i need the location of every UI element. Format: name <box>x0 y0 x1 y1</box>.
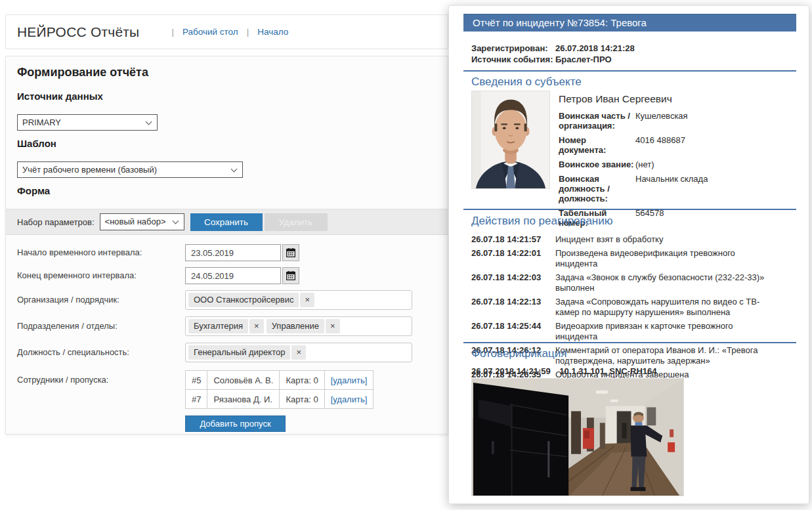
nav-link-home[interactable]: Начало <box>257 27 288 37</box>
calendar-icon <box>286 271 295 280</box>
event-time: 26.07.18 14:22:03 <box>471 272 555 293</box>
employee-card: Карта: 0 <box>280 371 324 390</box>
event-time: 26.07.18 14:22:01 <box>471 248 555 269</box>
data-source-select[interactable]: PRIMARY <box>17 114 158 131</box>
close-icon[interactable]: × <box>291 345 306 360</box>
subject-name: Петров Иван Сергеевич <box>559 93 672 105</box>
employee-name: Соловьёв А. В. <box>207 371 280 390</box>
app-title: НЕЙРОСС Отчёты <box>17 24 139 40</box>
subject-field-row: Воинское звание: (нет) <box>559 159 790 169</box>
tag: Генеральный директор × <box>188 345 306 360</box>
event-text: Произведена видеоверификация тревожного … <box>555 248 776 269</box>
template-value: Учёт рабочего времени (базовый) <box>22 165 157 175</box>
incident-meta: Зарегистрирован: 26.07.2018 14:21:28 Ист… <box>471 43 635 65</box>
parameter-set-bar: Набор параметров: <новый набор> Сохранит… <box>6 209 448 235</box>
field-label: Воинская часть / организация: <box>559 111 635 131</box>
interval-end-label: Конец временного интервала: <box>17 267 185 284</box>
incident-report-card: Отчёт по инциденту №73854: Тревога Зарег… <box>448 5 809 504</box>
nav-separator: | <box>247 27 249 37</box>
app-header: НЕЙРОСС Отчёты | Рабочий стол | Начало <box>5 14 448 49</box>
section-divider <box>463 70 796 72</box>
calendar-button[interactable] <box>282 267 299 284</box>
calendar-button[interactable] <box>282 244 299 261</box>
registered-label: Зарегистрирован: <box>471 43 555 54</box>
departments-tagfield[interactable]: Бухгалтерия × Управление × <box>185 316 412 336</box>
organization-tagfield[interactable]: ООО Станкостройсервис × <box>185 290 412 310</box>
tag-label: Управление <box>267 319 324 333</box>
event-time: 26.07.18 14:21:57 <box>471 234 555 245</box>
position-tagfield[interactable]: Генеральный директор × <box>185 343 412 362</box>
parameter-set-label: Набор параметров: <box>17 217 95 227</box>
form-section-label: Форма <box>17 185 50 196</box>
remove-employee-link[interactable]: [удалить] <box>331 375 368 385</box>
tag: Управление × <box>267 319 340 333</box>
event-source-value: Браслет-ПРО <box>555 54 612 65</box>
event-source-label: Источник события: <box>471 54 555 65</box>
event-text: Инцидент взят в обработку <box>555 234 776 245</box>
photo-caption: 26.07.2018 14:21:59 10.1.31.101, SNC-RH1… <box>471 366 657 376</box>
template-select[interactable]: Учёт рабочего времени (базовый) <box>17 161 243 178</box>
tag: Бухгалтерия × <box>188 319 264 333</box>
event-text: Видеоархив привязан к карточке тревожног… <box>555 321 776 342</box>
section-divider <box>463 342 796 343</box>
close-icon[interactable]: × <box>249 319 264 333</box>
list-item: 26.07.18 14:21:57 Инцидент взят в обрабо… <box>471 234 780 245</box>
list-item: 26.07.18 14:22:03 Задача «Звонок в служб… <box>471 272 780 293</box>
remove-employee-link[interactable]: [удалить] <box>331 394 368 404</box>
photo-caption-camera: 10.1.31.101, SNC-RH164 <box>559 366 656 376</box>
parameter-set-select[interactable]: <новый набор> <box>100 213 184 230</box>
interval-start-row: Начало временного интервала: <box>17 244 441 261</box>
tag: ООО Станкостройсервис × <box>188 293 314 307</box>
field-label: Номер документа: <box>559 135 635 155</box>
report-form-panel: Формирование отчёта Источник данных PRIM… <box>5 56 448 435</box>
interval-start-input[interactable] <box>185 244 281 261</box>
employee-name: Рязанова Д. И. <box>207 390 280 409</box>
list-item: 26.07.18 14:22:13 Задача «Сопровождать н… <box>471 297 780 318</box>
close-icon[interactable]: × <box>300 293 314 307</box>
employee-id: #5 <box>186 371 207 390</box>
subject-photo <box>471 91 550 189</box>
table-row: #7 Рязанова Д. И. Карта: 0 [удалить] <box>186 390 374 409</box>
employees-label: Сотрудники / пропуска: <box>17 370 185 409</box>
response-actions-list: 26.07.18 14:21:57 Инцидент взят в обрабо… <box>471 234 780 383</box>
list-item: 26.07.18 14:25:44 Видеоархив привязан к … <box>471 321 780 342</box>
employee-id: #7 <box>186 390 207 409</box>
employees-row: Сотрудники / пропуска: #5 Соловьёв А. В.… <box>17 370 441 409</box>
field-value: 4016 488687 <box>635 135 790 155</box>
chevron-down-icon <box>172 218 179 224</box>
event-text: Задача «Сопровождать нарушителя по видео… <box>555 297 776 318</box>
nav-link-desktop[interactable]: Рабочий стол <box>182 27 238 37</box>
field-label: Воинская должность / должность: <box>559 174 635 203</box>
close-icon[interactable]: × <box>326 319 340 333</box>
calendar-icon <box>286 248 295 257</box>
actions-section-title: Действия по реагированию <box>471 215 613 228</box>
save-button[interactable]: Сохранить <box>190 213 263 231</box>
list-item: 26.07.18 14:22:01 Произведена видеовериф… <box>471 248 780 269</box>
subject-section-title: Сведения о субъекте <box>471 75 582 89</box>
verification-photo <box>471 378 684 496</box>
event-time: 26.07.18 14:25:44 <box>471 321 555 342</box>
interval-end-input[interactable] <box>185 267 281 284</box>
event-text: Задача «Звонок в службу безопасности (23… <box>555 272 776 293</box>
section-divider <box>463 209 796 210</box>
add-pass-button[interactable]: Добавить пропуск <box>185 415 286 432</box>
employee-card: Карта: 0 <box>280 390 324 409</box>
data-source-value: PRIMARY <box>22 117 61 127</box>
event-source-row: Источник события: Браслет-ПРО <box>471 54 635 65</box>
chevron-down-icon <box>146 119 152 125</box>
delete-button[interactable]: Удалить <box>265 213 328 231</box>
organization-label: Организация / подрядчик: <box>17 290 185 310</box>
photo-caption-time: 26.07.2018 14:21:59 <box>471 366 551 376</box>
field-value: 564578 <box>635 208 790 228</box>
position-row: Должность / специальность: Генеральный д… <box>17 343 441 362</box>
parameter-set-value: <новый набор> <box>105 217 166 226</box>
event-text: Комментарий от оператора Иванов И. И.: «… <box>555 345 776 366</box>
page-title: Формирование отчёта <box>17 66 148 79</box>
field-label: Воинское звание: <box>559 159 635 169</box>
interval-start-label: Начало временного интервала: <box>17 244 185 261</box>
position-label: Должность / специальность: <box>17 343 185 362</box>
employees-table: #5 Соловьёв А. В. Карта: 0 [удалить] #7 … <box>185 370 374 409</box>
chevron-down-icon <box>231 166 238 173</box>
photo-section-title: Фотоверификация <box>471 347 567 360</box>
tag-label: Генеральный директор <box>188 345 290 360</box>
